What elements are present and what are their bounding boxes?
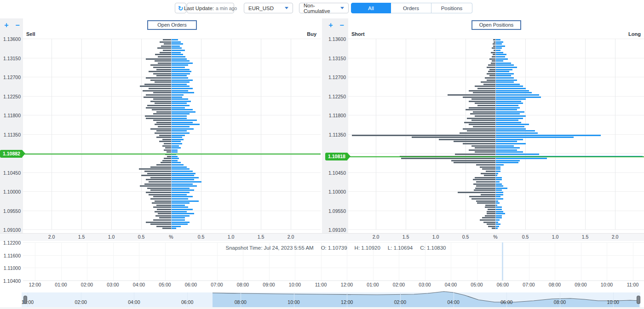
pct-tick-label: 1.0 (428, 234, 443, 240)
pct-tick-label: 1.5 (398, 234, 414, 240)
pct-tick-label: 0.5 (133, 234, 149, 240)
navigator-time-label: 06:00 (497, 299, 516, 305)
price-tick-label: 1.11350 (322, 132, 346, 137)
price-tick-label: 1.09100 (322, 227, 346, 233)
oanda-orderbook-app: ↻ Last Update: a min ago EUR_USD Non-Cum… (0, 0, 644, 309)
time-tick-label: 04:00 (131, 282, 147, 287)
navigator-time-label: 12:00 (18, 299, 37, 305)
time-tick-label: 02:00 (391, 282, 407, 287)
time-tick-label: 03:00 (417, 282, 433, 287)
time-tick-label: 08:00 (547, 282, 563, 287)
price-tick-label: 1.12700 (322, 74, 346, 80)
navigator-right-handle[interactable] (637, 296, 640, 304)
pct-tick-label: % (163, 234, 179, 240)
pct-tick-label: 0.5 (458, 234, 473, 240)
time-tick-label: 09:00 (573, 282, 589, 287)
time-tick-label: 11:00 (625, 282, 641, 287)
price-tick-label: 1.09100 (0, 227, 21, 233)
time-tick-label: 08:00 (235, 282, 251, 287)
price-tick-label: 1.10000 (322, 189, 346, 195)
bottom-strip (0, 307, 644, 309)
price-tick-label: 1.13600 (0, 36, 21, 42)
time-tick-label: 09:00 (261, 282, 277, 287)
navigator-time-label: 08:00 (551, 299, 569, 305)
price-tick-label: 1.11350 (0, 132, 21, 137)
navigator-time-label: 04:00 (125, 299, 143, 305)
time-tick-label: 01:00 (365, 282, 381, 287)
price-tick-label: 1.10000 (0, 189, 21, 195)
time-tick-label: 06:00 (183, 282, 199, 287)
pct-tick-label: 0.5 (518, 234, 533, 240)
time-tick-label: 02:00 (79, 282, 95, 287)
price-tick-label: 1.12250 (322, 94, 346, 99)
price-tick-label: 1.10450 (0, 170, 21, 176)
time-tick-label: 12:00 (27, 282, 43, 287)
price-tick-label: 1.12700 (0, 74, 21, 80)
price-tick-label: 1.12200 (0, 240, 21, 246)
price-tick-label: 1.11800 (322, 113, 346, 118)
navigator-time-label: 12:00 (338, 299, 356, 305)
pct-tick-label: 0.5 (193, 234, 209, 240)
navigator-time-label: 04:00 (444, 299, 463, 305)
price-tick-label: 1.11600 (0, 253, 21, 258)
time-tick-label: 05:00 (157, 282, 173, 287)
time-tick-label: 06:00 (495, 282, 511, 287)
time-tick-label: 10:00 (599, 282, 615, 287)
pct-tick-label: 1.0 (104, 234, 119, 240)
price-tick-label: 1.10450 (322, 170, 346, 176)
pct-tick-label: 2.0 (607, 234, 623, 240)
time-tick-label: 05:00 (469, 282, 485, 287)
navigator-left-handle[interactable] (23, 296, 27, 304)
time-tick-label: 04:00 (443, 282, 459, 287)
navigator-time-label: 08:00 (231, 299, 250, 305)
pct-tick-label: 1.5 (74, 234, 89, 240)
price-tick-label: 1.09550 (0, 208, 21, 214)
pct-tick-label: 1.0 (223, 234, 239, 240)
time-tick-label: 10:00 (287, 282, 303, 287)
navigator-time-label: 10:00 (604, 299, 622, 305)
time-tick-label: 12:00 (339, 282, 355, 287)
time-tick-label: 03:00 (105, 282, 121, 287)
pct-tick-label: % (488, 234, 503, 240)
navigator-time-label: 10:00 (285, 299, 303, 305)
pct-tick-label: 1.0 (547, 234, 563, 240)
navigator-time-label: 06:00 (178, 299, 196, 305)
time-tick-label: 11:00 (313, 282, 329, 287)
time-tick-label: 07:00 (521, 282, 537, 287)
price-tick-label: 1.13150 (322, 56, 346, 61)
pct-tick-label: 2.0 (283, 234, 299, 240)
pct-tick-label: 2.0 (368, 234, 384, 240)
navigator-area-chart (0, 0, 644, 309)
pct-tick-label: 1.5 (577, 234, 593, 240)
pct-tick-label: 1.5 (253, 234, 269, 240)
pct-tick-label: 2.0 (44, 234, 59, 240)
price-tick-label: 1.13150 (0, 56, 21, 61)
price-tick-label: 1.11000 (0, 265, 21, 271)
price-tick-label: 1.13600 (322, 36, 346, 42)
time-tick-label: 07:00 (209, 282, 225, 287)
price-tick-label: 1.12250 (0, 94, 21, 99)
price-tick-label: 1.11800 (0, 113, 21, 118)
navigator-time-label: 02:00 (72, 299, 90, 305)
navigator-time-label: 02:00 (391, 299, 409, 305)
price-tick-label: 1.10400 (0, 278, 21, 284)
time-tick-label: 01:00 (53, 282, 69, 287)
price-tick-label: 1.09550 (322, 208, 346, 214)
